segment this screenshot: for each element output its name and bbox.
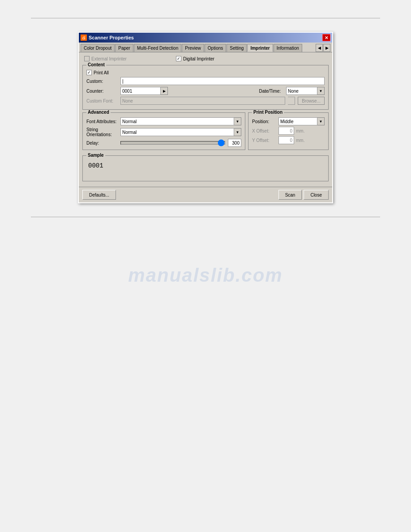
tabs-area: Color Dropout Paper Multi-Feed Detection… <box>79 43 332 52</box>
custom-input[interactable] <box>120 77 325 85</box>
defaults-button[interactable]: Defaults... <box>82 190 116 200</box>
print-position-group: Print Position Position: ▼ X Offset: <box>248 112 329 150</box>
delay-slider[interactable] <box>121 142 225 144</box>
datetime-label: Date/Time: <box>259 89 281 94</box>
counter-datetime-row: Counter: ▶ Date/Time: ▼ <box>86 87 325 95</box>
font-attr-dropdown-btn[interactable]: ▼ <box>234 117 241 125</box>
position-dropdown-btn[interactable]: ▼ <box>317 117 325 125</box>
scanner-properties-window: 🖨 Scanner Properties ✕ Color Dropout Pap… <box>78 32 333 203</box>
advanced-print-row: Advanced Font Attributes: ▼ String Orien… <box>82 112 329 153</box>
custom-font-dropdown-btn <box>288 97 295 105</box>
delay-value-input[interactable] <box>228 139 241 147</box>
sample-group: Sample 0001 <box>82 155 329 181</box>
top-rule <box>31 18 380 18</box>
custom-font-row: Custom Font: Browse... <box>86 97 325 105</box>
advanced-group-label: Advanced <box>86 110 111 115</box>
browse-button: Browse... <box>298 97 325 105</box>
counter-label: Counter: <box>86 89 118 94</box>
font-attr-label: Font Attributes: <box>86 119 118 124</box>
x-offset-row: X Offset: mm. <box>252 127 325 135</box>
tab-arrows: ◀ ▶ <box>316 44 330 52</box>
delay-row: Delay: <box>86 139 241 147</box>
delay-label: Delay: <box>86 141 118 146</box>
tab-scroll-right[interactable]: ▶ <box>323 44 330 52</box>
tab-scroll-left[interactable]: ◀ <box>316 44 323 52</box>
custom-font-input <box>120 97 285 105</box>
string-orient-row: String Orientations: ▼ <box>86 127 241 137</box>
position-dropdown: ▼ <box>278 117 325 125</box>
bottom-rule <box>31 217 380 217</box>
delay-slider-track <box>120 141 225 145</box>
x-offset-input <box>278 127 294 135</box>
print-position-group-label: Print Position <box>252 110 284 115</box>
scan-button[interactable]: Scan <box>278 190 302 200</box>
datetime-select-group: ▼ <box>286 87 325 95</box>
datetime-dropdown-btn[interactable]: ▼ <box>317 87 325 95</box>
string-orient-dropdown: ▼ <box>120 128 241 136</box>
counter-input-group: ▶ <box>120 87 249 95</box>
tab-paper[interactable]: Paper <box>115 44 133 52</box>
sample-group-label: Sample <box>86 153 105 158</box>
print-all-row: ✓ Print All <box>86 70 325 75</box>
y-offset-unit: mm. <box>296 138 304 143</box>
content-group-label: Content <box>86 62 106 67</box>
position-row: Position: ▼ <box>252 117 325 125</box>
position-label: Position: <box>252 119 277 124</box>
main-content: External Imprinter ✓ Digital Imprinter C… <box>79 52 332 187</box>
digital-imprinter-checkbox[interactable]: ✓ <box>176 56 181 61</box>
position-input[interactable] <box>278 117 317 125</box>
title-bar-left: 🖨 Scanner Properties <box>81 34 134 41</box>
x-offset-unit: mm. <box>296 129 304 133</box>
font-attr-input[interactable] <box>120 117 234 125</box>
tab-imprinter[interactable]: Imprinter <box>247 44 273 52</box>
y-offset-label: Y Offset: <box>252 138 277 143</box>
print-all-checkbox[interactable]: ✓ <box>86 70 92 75</box>
string-orient-dropdown-btn[interactable]: ▼ <box>234 128 241 136</box>
datetime-input[interactable] <box>286 87 317 95</box>
tab-setting[interactable]: Setting <box>227 44 247 52</box>
bottom-bar: Defaults... Scan Close <box>79 187 332 202</box>
advanced-group: Advanced Font Attributes: ▼ String Orien… <box>82 112 245 150</box>
font-attr-row: Font Attributes: ▼ <box>86 117 241 125</box>
right-buttons: Scan Close <box>278 190 329 200</box>
string-orient-input[interactable] <box>120 128 234 136</box>
counter-dropdown-btn[interactable]: ▶ <box>161 87 168 95</box>
y-offset-input <box>278 136 294 144</box>
tab-preview[interactable]: Preview <box>182 44 204 52</box>
tab-information[interactable]: Information <box>274 44 302 52</box>
custom-label: Custom: <box>86 79 118 84</box>
custom-font-label: Custom Font: <box>86 99 118 103</box>
tab-options[interactable]: Options <box>205 44 226 52</box>
print-all-label: ✓ Print All <box>86 70 109 75</box>
custom-row: Custom: <box>86 77 325 85</box>
tab-multifeed[interactable]: Multi-Feed Detection <box>134 44 181 52</box>
counter-input[interactable] <box>120 87 161 95</box>
watermark: manualslib.com <box>128 265 283 286</box>
tab-color-dropout[interactable]: Color Dropout <box>81 44 115 52</box>
external-imprinter-checkbox[interactable] <box>84 56 90 61</box>
y-offset-row: Y Offset: mm. <box>252 136 325 144</box>
sample-content: 0001 <box>86 160 325 178</box>
scanner-icon: 🖨 <box>81 34 87 41</box>
close-dialog-button[interactable]: Close <box>304 190 329 200</box>
title-bar: 🖨 Scanner Properties ✕ <box>79 33 332 43</box>
content-group: Content ✓ Print All Custom: <box>82 65 329 110</box>
digital-imprinter-label: ✓ Digital Imprinter <box>176 56 214 61</box>
imprinter-row: External Imprinter ✓ Digital Imprinter <box>82 55 329 62</box>
external-imprinter-label: External Imprinter <box>84 56 127 61</box>
close-button[interactable]: ✕ <box>322 34 330 41</box>
string-orient-label: String Orientations: <box>86 127 118 137</box>
font-attr-dropdown: ▼ <box>120 117 241 125</box>
window-title: Scanner Properties <box>89 35 134 40</box>
x-offset-label: X Offset: <box>252 129 277 133</box>
